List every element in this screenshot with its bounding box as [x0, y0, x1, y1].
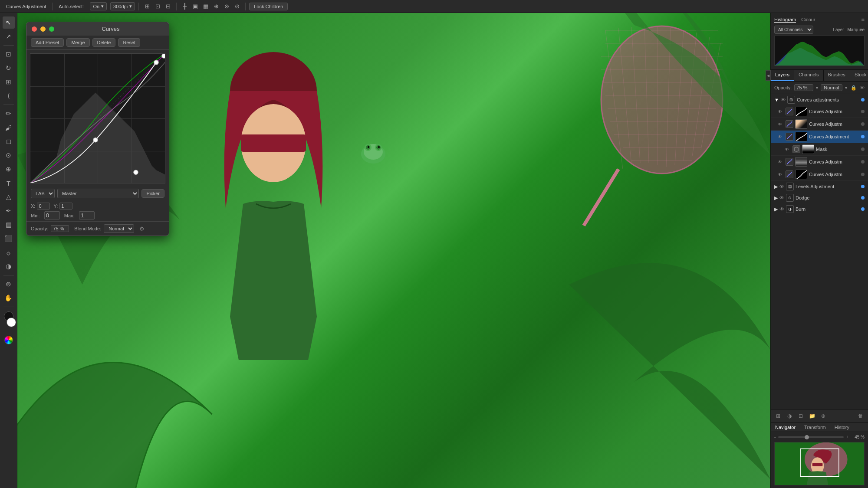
shape-tool[interactable]: △ [3, 191, 15, 203]
zoom-in-icon[interactable]: + [846, 435, 849, 439]
align-left-icon[interactable]: ⊞ [142, 2, 152, 11]
layer-dot-2 [861, 122, 865, 126]
transform1-icon[interactable]: ╂ [180, 2, 190, 11]
select-tool[interactable]: ↗ [3, 30, 15, 43]
transform3-icon[interactable]: ▦ [201, 2, 210, 11]
text-tool[interactable]: T [3, 177, 15, 189]
visibility-icon[interactable]: 👁 [858, 84, 866, 92]
heal-tool[interactable]: ⊕ [3, 163, 15, 175]
blend-mode-display[interactable]: Normal [821, 84, 842, 91]
layer-item-curves4[interactable]: 👁 Curves Adjustm [771, 156, 868, 168]
mask-action[interactable]: ⊡ [796, 411, 806, 421]
picker-button[interactable]: Picker [141, 189, 164, 198]
tab-navigator[interactable]: Navigator [771, 423, 800, 432]
new-group-action[interactable]: 📁 [807, 411, 817, 421]
transform-tool[interactable]: ⊞ [3, 76, 15, 88]
align-right-icon[interactable]: ⊟ [163, 2, 173, 11]
burn-adj-icon: ◑ [786, 205, 794, 213]
curves-settings-icon[interactable]: ⚙ [139, 226, 145, 232]
tab-history[interactable]: History [830, 423, 854, 432]
transform2-icon[interactable]: ▣ [191, 2, 200, 11]
dpi-dropdown[interactable]: 300dpi ▾ [110, 2, 135, 10]
tab-transform[interactable]: Transform [800, 423, 830, 432]
opacity-expand-icon[interactable]: ▾ [816, 85, 818, 90]
zoom-slider[interactable] [778, 436, 844, 438]
blend-mode-select[interactable]: Normal [104, 224, 134, 233]
layer-item-curves1[interactable]: 👁 Curves Adjustm [771, 105, 868, 118]
svg-rect-26 [241, 134, 306, 152]
reset-button[interactable]: Reset [118, 38, 140, 47]
curves-maximize-button[interactable] [49, 26, 54, 32]
transform5-icon[interactable]: ⊗ [222, 2, 231, 11]
warp-tool[interactable]: ⟨ [3, 90, 15, 102]
layer-group-levels[interactable]: ▶ 👁 ▤ Levels Adjustment [771, 181, 868, 192]
layer-adj-icon-5 [786, 170, 793, 178]
colour-tab[interactable]: Colour [801, 17, 815, 23]
align-center-icon[interactable]: ⊡ [153, 2, 162, 11]
layer-mask-item[interactable]: 👁 Mask [771, 143, 868, 156]
brush-tool[interactable]: 🖌 [3, 121, 15, 134]
layer-group-dodge[interactable]: ▶ 👁 ⊙ Dodge [771, 192, 868, 203]
max-input[interactable] [79, 211, 95, 219]
layer-option[interactable]: Layer [833, 27, 844, 32]
curves-minimize-button[interactable] [40, 26, 46, 32]
layer-item-curves3[interactable]: 👁 Curves Adjustment [771, 131, 868, 143]
tab-layers[interactable]: Layers [771, 70, 794, 81]
tab-channels[interactable]: Channels [794, 70, 823, 81]
tab-brushes[interactable]: Brushes [824, 70, 850, 81]
burn-group-name: Burn [796, 206, 859, 212]
pen-tool[interactable]: ✒ [3, 205, 15, 217]
delete-button[interactable]: Delete [92, 38, 116, 47]
histogram-tab[interactable]: Histogram [774, 17, 796, 23]
panel-collapse-button[interactable]: ◀ [766, 70, 771, 81]
curves-graph[interactable] [30, 53, 165, 183]
add-layer-action[interactable]: ⊞ [773, 411, 783, 421]
hand-tool[interactable]: ✋ [3, 292, 15, 304]
transform4-icon[interactable]: ⊕ [211, 2, 221, 11]
tab-stock[interactable]: Stock [850, 70, 868, 81]
marquee-option[interactable]: Marquee [848, 27, 865, 32]
hist-channel-select[interactable]: All Channels [774, 26, 813, 34]
layer-item-curves5[interactable]: 👁 Curves Adjustm [771, 168, 868, 181]
transform6-icon[interactable]: ⊘ [232, 2, 242, 11]
min-input[interactable] [44, 211, 60, 219]
layer-group-curves-adjustments[interactable]: ▼ 👁 ⊞ Curves adjustments [771, 94, 868, 105]
channel-select[interactable]: Master [57, 189, 139, 198]
lock-icon[interactable]: 🔒 [850, 84, 858, 92]
navigator-preview[interactable] [774, 442, 865, 485]
histogram-menu-icon[interactable]: ≡ [861, 16, 865, 23]
layer-item-curves2[interactable]: 👁 Curves Adjustm [771, 118, 868, 131]
dodge-adj-icon: ⊙ [786, 194, 794, 202]
x-input[interactable] [37, 203, 50, 210]
paint-tool[interactable]: ✏ [3, 108, 15, 120]
clone-action[interactable]: ⊕ [819, 411, 828, 421]
blend-expand-icon[interactable]: ▾ [845, 85, 847, 90]
layer-group-burn[interactable]: ▶ 👁 ◑ Burn [771, 203, 868, 215]
layer-opacity-input[interactable] [794, 84, 813, 91]
auto-select-dropdown[interactable]: On ▾ [90, 2, 107, 10]
lock-children-button[interactable]: Lock Children [249, 3, 288, 10]
add-preset-button[interactable]: Add Preset [31, 38, 64, 47]
delete-layer-action[interactable]: 🗑 [856, 411, 865, 421]
dodge-tool[interactable]: ☼ [3, 246, 15, 259]
merge-button[interactable]: Merge [66, 38, 89, 47]
y-input[interactable] [59, 203, 72, 210]
clone-tool[interactable]: ⊙ [3, 149, 15, 161]
svg-rect-44 [812, 463, 823, 466]
background-color[interactable] [7, 318, 16, 327]
y-label: Y: [53, 203, 58, 209]
crop-tool[interactable]: ⊡ [3, 48, 15, 60]
fill-tool[interactable]: ⬛ [3, 233, 15, 245]
zoom-tool[interactable]: ⊜ [3, 278, 15, 290]
color-picker-tool[interactable] [3, 334, 15, 346]
burn-tool[interactable]: ◑ [3, 260, 15, 272]
adjustment-layer-action[interactable]: ◑ [785, 411, 794, 421]
move-tool[interactable]: ↖ [3, 16, 15, 29]
eraser-tool[interactable]: ◻ [3, 135, 15, 147]
zoom-out-icon[interactable]: - [774, 435, 776, 439]
curves-close-button[interactable] [32, 26, 37, 32]
gradient-tool[interactable]: ▤ [3, 219, 15, 231]
opacity-input[interactable] [51, 225, 69, 232]
rotate-tool[interactable]: ↻ [3, 62, 15, 74]
color-mode-select[interactable]: LAB [31, 189, 55, 198]
